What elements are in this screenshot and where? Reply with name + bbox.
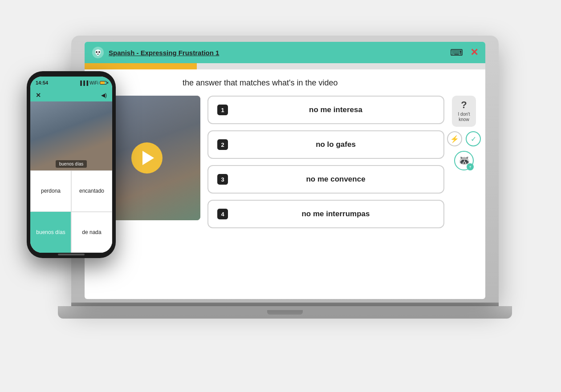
close-button[interactable]: ✕ bbox=[470, 47, 478, 58]
answer-option-2[interactable]: 2 no lo gafes bbox=[207, 130, 444, 159]
phone-status-icons: ▐▐▐ WiFi bbox=[79, 81, 107, 85]
phone: 14:54 ▐▐▐ WiFi ✕ ◀) buenos días bbox=[27, 71, 116, 258]
play-button[interactable] bbox=[131, 142, 163, 174]
battery-fill bbox=[100, 81, 105, 84]
laptop-base bbox=[58, 306, 512, 319]
app-logo-icon bbox=[92, 46, 104, 59]
phone-choice-text-3: buenos días bbox=[36, 229, 65, 235]
answer-text-2: no lo gafes bbox=[237, 140, 435, 149]
mascot-badge: ? bbox=[467, 163, 474, 170]
svg-point-2 bbox=[98, 51, 100, 53]
progress-bar bbox=[85, 63, 485, 69]
progress-fill bbox=[85, 63, 197, 69]
answer-option-3[interactable]: 3 no me convence bbox=[207, 165, 444, 194]
app-title: Spanish - Expressing Frustration 1 bbox=[109, 49, 450, 57]
laptop-notch bbox=[267, 310, 303, 315]
phone-choice-1[interactable]: perdona bbox=[30, 170, 71, 212]
phone-choice-text-2: encantado bbox=[79, 188, 104, 194]
answer-text-3: no me convence bbox=[237, 175, 435, 184]
dont-know-button[interactable]: ? I don'tknow bbox=[452, 96, 476, 127]
keyboard-button[interactable]: ⌨ bbox=[450, 47, 463, 58]
dont-know-label: I don'tknow bbox=[458, 112, 470, 122]
phone-speaker-icon[interactable]: ◀) bbox=[101, 92, 107, 98]
answer-number-2: 2 bbox=[217, 139, 228, 150]
laptop-screen: Spanish - Expressing Frustration 1 ⌨ ✕ t… bbox=[85, 42, 485, 299]
answers-section: 1 no me interesa 2 no lo gafes 3 no me c… bbox=[207, 96, 444, 290]
laptop-hinge bbox=[71, 303, 499, 306]
answer-text-1: no me interesa bbox=[237, 105, 435, 114]
phone-status-bar: 14:54 ▐▐▐ WiFi bbox=[30, 77, 112, 89]
phone-time: 14:54 bbox=[36, 80, 48, 85]
phone-choice-3[interactable]: buenos días bbox=[30, 212, 71, 253]
play-icon bbox=[142, 151, 154, 165]
phone-choice-text-1: perdona bbox=[41, 188, 61, 194]
signal-icon: ▐▐▐ bbox=[79, 81, 88, 85]
app-header: Spanish - Expressing Frustration 1 ⌨ ✕ bbox=[85, 42, 485, 63]
phone-video-area[interactable]: buenos días bbox=[30, 101, 112, 170]
svg-point-1 bbox=[96, 51, 98, 53]
answer-number-4: 4 bbox=[217, 209, 228, 219]
phone-body: 14:54 ▐▐▐ WiFi ✕ ◀) buenos días bbox=[27, 71, 116, 258]
question-text: the answer that matches what's in the vi… bbox=[94, 78, 476, 88]
main-area: 1 no me interesa 2 no lo gafes 3 no me c… bbox=[94, 96, 476, 290]
answer-text-4: no me interrumpas bbox=[237, 210, 435, 218]
answer-number-3: 3 bbox=[217, 174, 228, 185]
side-icons-row: ⚡ ✓ bbox=[447, 131, 481, 146]
laptop-body: Spanish - Expressing Frustration 1 ⌨ ✕ t… bbox=[71, 36, 499, 303]
answer-option-1[interactable]: 1 no me interesa bbox=[207, 96, 444, 124]
phone-choice-4[interactable]: de nada bbox=[71, 212, 112, 253]
laptop: Spanish - Expressing Frustration 1 ⌨ ✕ t… bbox=[71, 36, 499, 329]
check-icon-button[interactable]: ✓ bbox=[466, 131, 481, 146]
answer-option-4[interactable]: 4 no me interrumpas bbox=[207, 200, 444, 228]
phone-screen: 14:54 ▐▐▐ WiFi ✕ ◀) buenos días bbox=[30, 77, 112, 253]
app-window: Spanish - Expressing Frustration 1 ⌨ ✕ t… bbox=[85, 42, 485, 299]
phone-home-indicator bbox=[58, 254, 85, 255]
phone-controls-bar: ✕ ◀) bbox=[30, 89, 112, 101]
phone-subtitle: buenos días bbox=[56, 160, 87, 168]
phone-choices: perdona encantado buenos días de nada bbox=[30, 170, 112, 253]
lightning-icon-button[interactable]: ⚡ bbox=[447, 131, 462, 146]
battery-icon bbox=[100, 81, 107, 85]
phone-close-button[interactable]: ✕ bbox=[36, 92, 41, 99]
phone-choice-text-4: de nada bbox=[82, 229, 101, 235]
side-buttons: ? I don'tknow ⚡ ✓ 🦝 ? bbox=[451, 96, 476, 290]
question-mark-icon: ? bbox=[461, 100, 467, 110]
wifi-icon: WiFi bbox=[89, 81, 98, 85]
answer-number-1: 1 bbox=[217, 105, 228, 115]
phone-choice-2[interactable]: encantado bbox=[71, 170, 112, 212]
mascot-button[interactable]: 🦝 ? bbox=[454, 151, 474, 170]
app-content: the answer that matches what's in the vi… bbox=[85, 69, 485, 299]
